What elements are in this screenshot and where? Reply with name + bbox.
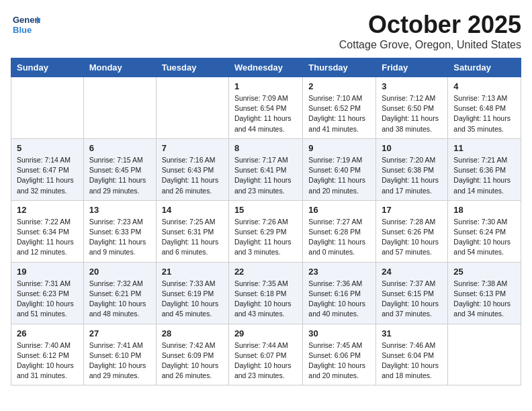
day-info: Sunrise: 7:35 AM Sunset: 6:18 PM Dayligh…	[234, 279, 297, 320]
day-number: 12	[17, 205, 78, 215]
calendar-cell	[156, 77, 228, 139]
calendar-cell: 1Sunrise: 7:09 AM Sunset: 6:54 PM Daylig…	[228, 77, 302, 139]
logo-svg: General Blue	[11, 11, 40, 40]
day-info: Sunrise: 7:26 AM Sunset: 6:29 PM Dayligh…	[234, 217, 297, 258]
day-info: Sunrise: 7:12 AM Sunset: 6:50 PM Dayligh…	[382, 93, 442, 134]
calendar-cell: 22Sunrise: 7:35 AM Sunset: 6:18 PM Dayli…	[228, 262, 302, 324]
weekday-header-monday: Monday	[83, 58, 156, 77]
day-info: Sunrise: 7:40 AM Sunset: 6:12 PM Dayligh…	[17, 340, 78, 381]
calendar-cell: 10Sunrise: 7:20 AM Sunset: 6:38 PM Dayli…	[376, 138, 448, 200]
weekday-header-saturday: Saturday	[448, 58, 521, 77]
weekday-header-tuesday: Tuesday	[156, 58, 228, 77]
calendar-cell: 17Sunrise: 7:28 AM Sunset: 6:26 PM Dayli…	[376, 200, 448, 262]
weekday-header-friday: Friday	[376, 58, 448, 77]
day-number: 11	[453, 143, 515, 153]
svg-text:General: General	[13, 15, 40, 25]
day-info: Sunrise: 7:27 AM Sunset: 6:28 PM Dayligh…	[308, 217, 370, 258]
calendar-cell: 25Sunrise: 7:38 AM Sunset: 6:13 PM Dayli…	[448, 262, 521, 324]
calendar-cell: 6Sunrise: 7:15 AM Sunset: 6:45 PM Daylig…	[83, 138, 156, 200]
day-info: Sunrise: 7:16 AM Sunset: 6:43 PM Dayligh…	[162, 155, 223, 196]
day-info: Sunrise: 7:09 AM Sunset: 6:54 PM Dayligh…	[234, 93, 297, 134]
calendar-cell: 27Sunrise: 7:41 AM Sunset: 6:10 PM Dayli…	[83, 324, 156, 385]
day-info: Sunrise: 7:20 AM Sunset: 6:38 PM Dayligh…	[382, 155, 442, 196]
day-info: Sunrise: 7:25 AM Sunset: 6:31 PM Dayligh…	[162, 217, 223, 258]
day-number: 5	[17, 143, 78, 153]
day-info: Sunrise: 7:32 AM Sunset: 6:21 PM Dayligh…	[89, 279, 150, 320]
calendar-cell	[11, 77, 84, 139]
calendar-cell: 11Sunrise: 7:21 AM Sunset: 6:36 PM Dayli…	[448, 138, 521, 200]
day-number: 3	[382, 81, 442, 91]
calendar-cell: 24Sunrise: 7:37 AM Sunset: 6:15 PM Dayli…	[376, 262, 448, 324]
day-info: Sunrise: 7:45 AM Sunset: 6:06 PM Dayligh…	[308, 340, 370, 381]
calendar-cell	[83, 77, 156, 139]
day-number: 7	[162, 143, 223, 153]
calendar-cell: 12Sunrise: 7:22 AM Sunset: 6:34 PM Dayli…	[11, 200, 84, 262]
calendar-cell: 7Sunrise: 7:16 AM Sunset: 6:43 PM Daylig…	[156, 138, 228, 200]
calendar-cell: 13Sunrise: 7:23 AM Sunset: 6:33 PM Dayli…	[83, 200, 156, 262]
calendar-cell: 9Sunrise: 7:19 AM Sunset: 6:40 PM Daylig…	[303, 138, 376, 200]
calendar-cell: 4Sunrise: 7:13 AM Sunset: 6:48 PM Daylig…	[448, 77, 521, 139]
day-info: Sunrise: 7:31 AM Sunset: 6:23 PM Dayligh…	[17, 279, 78, 320]
calendar-cell: 16Sunrise: 7:27 AM Sunset: 6:28 PM Dayli…	[303, 200, 376, 262]
day-info: Sunrise: 7:19 AM Sunset: 6:40 PM Dayligh…	[308, 155, 370, 196]
day-info: Sunrise: 7:13 AM Sunset: 6:48 PM Dayligh…	[453, 93, 515, 134]
calendar-cell: 30Sunrise: 7:45 AM Sunset: 6:06 PM Dayli…	[303, 324, 376, 385]
calendar-cell: 28Sunrise: 7:42 AM Sunset: 6:09 PM Dayli…	[156, 324, 228, 385]
page-header: General Blue October 2025 Cottage Grove,…	[11, 11, 521, 51]
calendar-week-2: 5Sunrise: 7:14 AM Sunset: 6:47 PM Daylig…	[11, 138, 521, 200]
weekday-header-wednesday: Wednesday	[228, 58, 302, 77]
day-number: 16	[308, 205, 370, 215]
day-info: Sunrise: 7:15 AM Sunset: 6:45 PM Dayligh…	[89, 155, 150, 196]
title-area: October 2025 Cottage Grove, Oregon, Unit…	[339, 11, 521, 51]
day-number: 31	[382, 328, 442, 338]
calendar-cell: 5Sunrise: 7:14 AM Sunset: 6:47 PM Daylig…	[11, 138, 84, 200]
calendar-cell	[448, 324, 521, 385]
day-number: 2	[308, 81, 370, 91]
day-number: 28	[162, 328, 223, 338]
calendar-cell: 20Sunrise: 7:32 AM Sunset: 6:21 PM Dayli…	[83, 262, 156, 324]
calendar-week-4: 19Sunrise: 7:31 AM Sunset: 6:23 PM Dayli…	[11, 262, 521, 324]
weekday-header-sunday: Sunday	[11, 58, 84, 77]
calendar-cell: 29Sunrise: 7:44 AM Sunset: 6:07 PM Dayli…	[228, 324, 302, 385]
day-info: Sunrise: 7:30 AM Sunset: 6:24 PM Dayligh…	[453, 217, 515, 258]
day-number: 22	[234, 267, 297, 277]
calendar-cell: 3Sunrise: 7:12 AM Sunset: 6:50 PM Daylig…	[376, 77, 448, 139]
weekday-header-row: SundayMondayTuesdayWednesdayThursdayFrid…	[11, 58, 521, 77]
calendar-table: SundayMondayTuesdayWednesdayThursdayFrid…	[11, 58, 521, 385]
calendar-cell: 14Sunrise: 7:25 AM Sunset: 6:31 PM Dayli…	[156, 200, 228, 262]
day-number: 30	[308, 328, 370, 338]
day-info: Sunrise: 7:42 AM Sunset: 6:09 PM Dayligh…	[162, 340, 223, 381]
calendar-week-3: 12Sunrise: 7:22 AM Sunset: 6:34 PM Dayli…	[11, 200, 521, 262]
day-number: 21	[162, 267, 223, 277]
calendar-cell: 2Sunrise: 7:10 AM Sunset: 6:52 PM Daylig…	[303, 77, 376, 139]
day-number: 25	[453, 267, 515, 277]
day-number: 19	[17, 267, 78, 277]
calendar-cell: 26Sunrise: 7:40 AM Sunset: 6:12 PM Dayli…	[11, 324, 84, 385]
calendar-cell: 23Sunrise: 7:36 AM Sunset: 6:16 PM Dayli…	[303, 262, 376, 324]
day-number: 1	[234, 81, 297, 91]
day-number: 23	[308, 267, 370, 277]
day-info: Sunrise: 7:44 AM Sunset: 6:07 PM Dayligh…	[234, 340, 297, 381]
calendar-cell: 15Sunrise: 7:26 AM Sunset: 6:29 PM Dayli…	[228, 200, 302, 262]
day-info: Sunrise: 7:46 AM Sunset: 6:04 PM Dayligh…	[382, 340, 442, 381]
day-number: 13	[89, 205, 150, 215]
day-number: 26	[17, 328, 78, 338]
logo: General Blue	[11, 11, 40, 40]
day-info: Sunrise: 7:23 AM Sunset: 6:33 PM Dayligh…	[89, 217, 150, 258]
day-number: 6	[89, 143, 150, 153]
month-title: October 2025	[339, 11, 521, 39]
day-number: 18	[453, 205, 515, 215]
calendar-week-5: 26Sunrise: 7:40 AM Sunset: 6:12 PM Dayli…	[11, 324, 521, 385]
calendar-week-1: 1Sunrise: 7:09 AM Sunset: 6:54 PM Daylig…	[11, 77, 521, 139]
calendar-cell: 21Sunrise: 7:33 AM Sunset: 6:19 PM Dayli…	[156, 262, 228, 324]
day-info: Sunrise: 7:28 AM Sunset: 6:26 PM Dayligh…	[382, 217, 442, 258]
day-number: 29	[234, 328, 297, 338]
day-info: Sunrise: 7:41 AM Sunset: 6:10 PM Dayligh…	[89, 340, 150, 381]
day-info: Sunrise: 7:33 AM Sunset: 6:19 PM Dayligh…	[162, 279, 223, 320]
calendar-cell: 18Sunrise: 7:30 AM Sunset: 6:24 PM Dayli…	[448, 200, 521, 262]
day-info: Sunrise: 7:10 AM Sunset: 6:52 PM Dayligh…	[308, 93, 370, 134]
day-number: 4	[453, 81, 515, 91]
day-info: Sunrise: 7:37 AM Sunset: 6:15 PM Dayligh…	[382, 279, 442, 320]
calendar-cell: 19Sunrise: 7:31 AM Sunset: 6:23 PM Dayli…	[11, 262, 84, 324]
day-info: Sunrise: 7:22 AM Sunset: 6:34 PM Dayligh…	[17, 217, 78, 258]
